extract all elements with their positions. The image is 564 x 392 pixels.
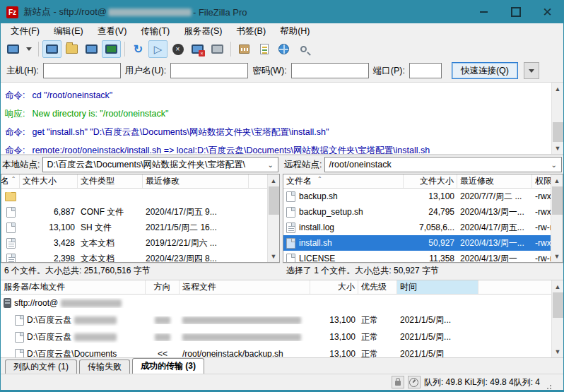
menu-view[interactable]: 查看(V) [90, 23, 134, 39]
toggle-remote-tree-button[interactable] [82, 40, 101, 58]
server-icon [4, 298, 11, 308]
local-list-scrollbar[interactable]: ▲ ▼ [267, 174, 279, 262]
remote-status-text: 选择了 1 个文件。大小总共: 50,927 字节 [283, 263, 563, 278]
scroll-track[interactable] [551, 186, 563, 250]
queue-row[interactable]: D:\百度云盘\Documents << /root/oneinstack/ba… [1, 345, 551, 357]
queue-header-remote[interactable]: 远程文件 [180, 280, 310, 294]
tab-queued-files[interactable]: 列队的文件 (1) [5, 360, 77, 374]
scroll-down-arrow[interactable]: ▼ [552, 345, 564, 357]
directory-comparison-button[interactable] [254, 40, 274, 58]
toggle-queue-view-button[interactable] [102, 40, 121, 58]
scroll-down-arrow[interactable]: ▼ [268, 250, 280, 262]
password-input[interactable] [291, 63, 369, 78]
log-scrollbar[interactable]: ▲ ▼ [551, 83, 563, 154]
queue-scrollbar[interactable]: ▲ ▼ [551, 280, 563, 357]
refresh-button[interactable]: ↻ [129, 40, 148, 58]
site-manager-button[interactable] [4, 40, 23, 58]
menu-edit[interactable]: 编辑(E) [47, 23, 90, 39]
process-queue-button[interactable]: ▷ [148, 40, 168, 58]
scroll-thumb[interactable] [269, 186, 279, 215]
remote-header-perms[interactable]: 权限 [532, 174, 551, 188]
cancel-operation-button[interactable]: × [168, 40, 187, 58]
site-manager-dropdown[interactable] [23, 40, 35, 58]
remote-list-header: 文件名⌃ 文件大小 最近修改 权限 [283, 174, 551, 189]
scroll-up-arrow[interactable]: ▲ [551, 174, 563, 186]
scroll-down-arrow[interactable]: ▼ [552, 142, 564, 154]
title-bar[interactable]: Fz 新站点 - sftp://root@ - FileZilla Pro ✕ [1, 1, 563, 23]
host-input[interactable] [43, 63, 121, 78]
menu-transfer[interactable]: 传输(T) [134, 23, 177, 39]
chevron-down-icon[interactable]: ⌄ [268, 161, 278, 169]
file-icon [286, 191, 295, 202]
queue-header-priority[interactable]: 优先级 [358, 280, 397, 294]
queue-row[interactable]: D:\百度云盘 13,100 正常 2021/1/5/周... [1, 328, 551, 345]
quickconnect-button[interactable]: 快速连接(Q) [452, 62, 518, 79]
remote-path-combo[interactable]: /root/oneinstack ⌄ [324, 157, 562, 172]
local-file-row[interactable]: 13,100 SH 文件 2021/1/5/周二 16... [1, 220, 267, 235]
local-header-name-clipped[interactable]: 文件名⌃ [1, 174, 20, 188]
tab-successful-transfers[interactable]: 成功的传输 (3) [132, 358, 204, 374]
remote-file-row[interactable]: install.log 7,058,6... 2020/4/17/周五... -… [283, 220, 551, 235]
remote-header-name[interactable]: 文件名⌃ [283, 174, 404, 188]
remote-file-row[interactable]: LICENSE 11,358 2020/4/13/周一 -rw-r--r-- [283, 251, 551, 262]
scroll-thumb[interactable] [552, 186, 563, 215]
local-file-row[interactable]: 6,887 CONF 文件 2020/4/17/周五 9... [1, 204, 267, 220]
menu-file[interactable]: 文件(F) [4, 23, 47, 39]
local-header-type[interactable]: 文件类型 [78, 174, 143, 188]
menu-help[interactable]: 帮助(H) [273, 23, 317, 39]
queue-header-local[interactable]: 服务器/本地文件 [1, 280, 146, 294]
scroll-down-arrow[interactable]: ▼ [551, 250, 563, 262]
remote-header-modified[interactable]: 最近修改 [457, 174, 532, 188]
maximize-button[interactable] [500, 1, 531, 23]
reconnect-button[interactable] [208, 40, 227, 58]
toggle-local-tree-button[interactable] [62, 40, 81, 58]
scroll-thumb[interactable] [553, 292, 563, 318]
close-button[interactable]: ✕ [531, 1, 563, 23]
scroll-up-arrow[interactable]: ▲ [268, 174, 280, 186]
scroll-up-arrow[interactable]: ▲ [552, 83, 564, 95]
resize-grip[interactable] [546, 383, 553, 390]
local-header-modified[interactable]: 最近修改 [143, 174, 249, 188]
scroll-track[interactable] [268, 186, 280, 250]
remote-site-label: 远程站点: [284, 159, 322, 171]
remote-file-list: 文件名⌃ 文件大小 最近修改 权限 backup.sh 13,100 2020/… [283, 174, 563, 263]
queue-row[interactable]: D:\百度云盘 13,100 正常 2021/1/5/周... [1, 311, 551, 328]
chevron-down-icon[interactable]: ⌄ [551, 161, 561, 169]
speed-limits-button[interactable] [408, 376, 421, 388]
quickconnect-dropdown[interactable] [524, 62, 539, 79]
local-path-combo[interactable]: D:\百度云盘\Documents\网站数据文件夹\宝塔配置\ ⌄ [42, 157, 278, 172]
toggle-log-view-button[interactable] [42, 40, 61, 58]
queue-header-time[interactable]: 时间 [397, 280, 478, 294]
scroll-track[interactable] [552, 95, 564, 142]
quickconnect-bar: 主机(H): 用户名(U): 密码(W): 端口(P): 快速连接(Q) [1, 59, 563, 83]
menu-bookmarks[interactable]: 书签(B) [229, 23, 273, 39]
menu-server[interactable]: 服务器(S) [177, 23, 229, 39]
remote-file-row[interactable]: backup.sh 13,100 2020/7/7/周二 ... -rwxr-x… [283, 189, 551, 204]
local-file-row[interactable] [1, 189, 267, 204]
username-input[interactable] [170, 63, 248, 78]
menu-bar: 文件(F) 编辑(E) 查看(V) 传输(T) 服务器(S) 书签(B) 帮助(… [1, 23, 563, 39]
remote-file-row[interactable]: backup_setup.sh 24,795 2020/4/13/周一... -… [283, 204, 551, 220]
remote-list-scrollbar[interactable]: ▲ ▼ [551, 174, 563, 262]
disconnect-button[interactable]: × [188, 40, 207, 58]
port-input[interactable] [409, 63, 442, 78]
directory-filter-button[interactable] [235, 40, 254, 58]
remote-header-size[interactable]: 文件大小 [404, 174, 457, 188]
synchronized-browsing-button[interactable] [274, 40, 293, 58]
tls-lock-button[interactable] [392, 376, 404, 388]
text-file-icon [6, 238, 16, 249]
local-header-size[interactable]: 文件大小 [20, 174, 78, 188]
scroll-up-arrow[interactable]: ▲ [552, 280, 564, 292]
remote-file-row-selected[interactable]: install.sh 50,927 2020/4/13/周一... -rwxr-… [283, 235, 551, 251]
redacted-host-title [108, 8, 192, 16]
queue-server-row[interactable]: sftp://root@ [1, 295, 551, 311]
find-files-button[interactable] [294, 40, 313, 58]
local-file-row[interactable]: 3,428 文本文档 2019/12/21/周六 ... [1, 235, 267, 251]
scroll-thumb[interactable] [553, 122, 563, 142]
queue-header-direction[interactable]: 方向 [146, 280, 180, 294]
queue-header-size[interactable]: 大小 [310, 280, 358, 294]
local-file-row[interactable]: 2,398 文本文档 2020/4/23/周四 8... [1, 251, 267, 262]
tab-failed-transfers[interactable]: 传输失败 [79, 360, 130, 374]
scroll-track[interactable] [552, 292, 564, 345]
minimize-button[interactable] [468, 1, 500, 23]
